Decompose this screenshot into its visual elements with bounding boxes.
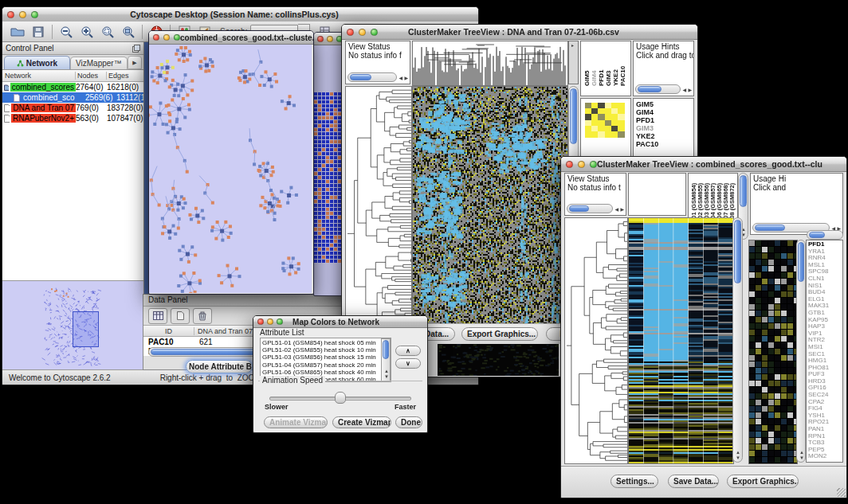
tv2-zoom-vscrollbar[interactable]: ▲ ▼: [796, 240, 806, 463]
scroll-left-icon[interactable]: ◀: [614, 207, 618, 212]
tv1-zoom-strip-canvas[interactable]: [438, 344, 559, 376]
list-item[interactable]: MON2: [808, 453, 841, 460]
tab-vizmapper[interactable]: VizMapper™: [70, 57, 128, 69]
list-item[interactable]: GPL51-02 (GSM855) heat shock 10 min: [262, 346, 389, 354]
network-row-rnapuber[interactable]: RNAPuberNov2+ 563(0) 107847(0): [2, 113, 143, 123]
tv2-settings-button[interactable]: Settings...: [610, 475, 658, 488]
tv2-save-data-button[interactable]: Save Data...: [668, 475, 719, 488]
tv1-top-dendrogram[interactable]: [412, 41, 568, 86]
similarity-matrix[interactable]: [585, 103, 625, 138]
minimize-button[interactable]: [267, 318, 273, 325]
vscroll-thumb[interactable]: [740, 175, 747, 207]
list-item[interactable]: PFD1: [636, 116, 691, 124]
hscroll-thumb[interactable]: [350, 74, 371, 80]
speed-slider-thumb[interactable]: [335, 392, 346, 404]
col-header-edges[interactable]: Edges: [107, 72, 143, 80]
hscroll-thumb[interactable]: [809, 232, 825, 238]
open-session-button[interactable]: [7, 23, 28, 41]
save-session-button[interactable]: [28, 23, 49, 41]
vscroll-thumb[interactable]: [798, 242, 804, 282]
scroll-up-icon[interactable]: ▲: [799, 450, 804, 455]
tv1-status-hscrollbar[interactable]: [347, 72, 397, 82]
scroll-up-icon[interactable]: ▲: [736, 450, 740, 455]
new-attribute-button[interactable]: [171, 308, 190, 324]
list-item[interactable]: GPL51-01 (GSM854) heat shock 05 min: [262, 339, 389, 346]
tv1-usage-hscrollbar[interactable]: [635, 84, 681, 94]
list-item[interactable]: GPL51-06 (GSM865) heat shock 40 min: [262, 369, 389, 376]
move-attribute-up-button[interactable]: ∧: [395, 346, 421, 356]
tab-network[interactable]: Network: [4, 56, 70, 69]
network-row-combined-sco-selected[interactable]: combined_sco 2569(6) 13112(15): [2, 92, 143, 103]
list-item[interactable]: GIM3: [636, 124, 691, 132]
list-item[interactable]: YKE2: [636, 132, 691, 140]
tv2-gene-list[interactable]: PFD1YRA1RNR4MSL1SPC98CLN1NIS1BUD4ELG1MAK…: [806, 240, 843, 463]
tab-overflow-button[interactable]: ▶: [128, 56, 142, 69]
zoom-fit-button[interactable]: [118, 23, 139, 41]
tv2-export-graphics-button[interactable]: Export Graphics...: [727, 475, 799, 488]
create-vizmap-button[interactable]: Create Vizmap: [332, 416, 391, 428]
birdseye-view[interactable]: [2, 280, 143, 370]
tv2-heatmap-vscrollbar[interactable]: ▲ ▼: [732, 217, 743, 463]
minimize-button[interactable]: [163, 34, 170, 41]
tv2-top-dendrogram-area[interactable]: [628, 173, 686, 216]
dialog-titlebar[interactable]: Map Colors to Network: [253, 316, 427, 328]
col-header-id[interactable]: ID: [143, 327, 194, 335]
float-panel-icon[interactable]: [132, 45, 140, 53]
network-row-dna-tran[interactable]: DNA and Tran 07 769(0) 183728(0): [2, 103, 143, 113]
select-attributes-button[interactable]: [148, 308, 167, 324]
tv2-gene-dendrogram[interactable]: [564, 217, 628, 464]
hscroll-thumb[interactable]: [638, 86, 662, 92]
minimize-button[interactable]: [19, 11, 26, 18]
list-item[interactable]: PAC10: [636, 140, 691, 148]
done-button[interactable]: Done: [395, 416, 422, 428]
network-canvas[interactable]: [149, 45, 312, 293]
scroll-down-icon[interactable]: ▼: [384, 374, 389, 379]
zoom-button[interactable]: [174, 34, 180, 41]
treeview2-titlebar[interactable]: ClusterMaker TreeView : combined_scores_…: [561, 157, 846, 172]
vscroll-thumb[interactable]: [570, 88, 577, 144]
zoom-out-button[interactable]: [56, 23, 77, 41]
close-button[interactable]: [566, 161, 573, 168]
network-row-combined-scores[interactable]: combined_scores 2764(0) 16218(0): [2, 82, 143, 92]
list-item[interactable]: GIM5: [636, 100, 691, 108]
hscroll-thumb[interactable]: [755, 225, 785, 231]
node-attribute-browser-button[interactable]: Node Attribute Brows: [186, 360, 253, 373]
hscroll-thumb[interactable]: [569, 205, 589, 212]
vscroll-thumb[interactable]: [734, 220, 741, 283]
zoom-in-button[interactable]: [77, 23, 97, 41]
treeview1-titlebar[interactable]: ClusterMaker TreeView : DNA and Tran 07-…: [342, 25, 697, 40]
network-list-empty-area[interactable]: [2, 123, 143, 280]
tv2-heatmap[interactable]: [628, 217, 734, 464]
tv2-status-hscrollbar[interactable]: [567, 204, 613, 213]
tv2-genelist-hscrollbar[interactable]: [807, 230, 843, 240]
tv1-gene-dendrogram[interactable]: [345, 86, 412, 325]
zoom-button[interactable]: [31, 11, 38, 18]
minimize-button[interactable]: [578, 161, 585, 168]
zoom-selected-button[interactable]: [97, 23, 118, 41]
tv1-export-graphics-button[interactable]: Export Graphics...: [461, 327, 538, 341]
close-button[interactable]: [7, 11, 14, 18]
zoom-button[interactable]: [590, 161, 597, 168]
close-button[interactable]: [257, 318, 264, 325]
resize-grip[interactable]: [837, 488, 846, 497]
scroll-right-icon[interactable]: ▶: [404, 76, 408, 80]
minimize-button[interactable]: [327, 36, 333, 42]
move-attribute-down-button[interactable]: ∨: [395, 358, 421, 369]
tv1-heatmap[interactable]: [412, 86, 568, 325]
vscroll-thumb[interactable]: [383, 340, 389, 359]
col-header-nodes[interactable]: Nodes: [76, 72, 107, 80]
animate-vizmap-button[interactable]: Animate Vizmap: [264, 416, 328, 428]
close-button[interactable]: [347, 29, 354, 36]
scroll-down-icon[interactable]: ▼: [736, 455, 740, 460]
cytoscape-titlebar[interactable]: Cytoscape Desktop (Session Name: collins…: [2, 7, 478, 22]
minimize-button[interactable]: [359, 29, 366, 36]
close-button[interactable]: [317, 36, 324, 42]
close-button[interactable]: [153, 34, 159, 41]
scroll-left-icon[interactable]: ◀: [682, 88, 686, 92]
list-item[interactable]: GPL51-03 (GSM856) heat shock 15 min: [262, 354, 389, 361]
attribute-list-vscrollbar[interactable]: ▲ ▼: [381, 338, 391, 381]
zoom-button[interactable]: [277, 318, 283, 325]
tv2-zoom-heatmap[interactable]: [748, 240, 798, 464]
scroll-left-icon[interactable]: ◀: [398, 76, 402, 80]
scroll-up-icon[interactable]: ▲: [384, 369, 389, 373]
